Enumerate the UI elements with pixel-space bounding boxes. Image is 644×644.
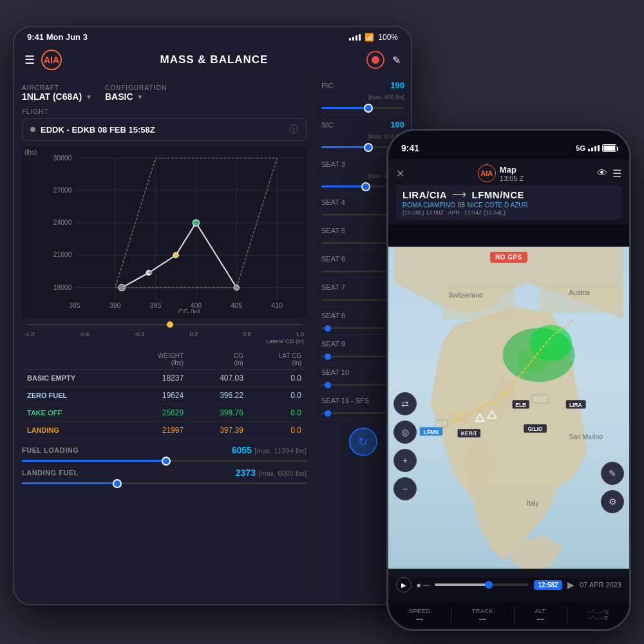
edit-map-button[interactable]: ✎ (601, 462, 624, 485)
svg-text:GILIO: GILIO (528, 426, 543, 432)
seat6-label: SEAT 6 (321, 255, 345, 263)
svg-text:18000: 18000 (53, 284, 72, 291)
phone-map-header: ✕ AIA Map 13:05 Z 👁 ☰ (388, 159, 629, 225)
svg-text:6: 6 (494, 394, 497, 400)
pic-value: 190 (390, 80, 404, 90)
route-icon-button[interactable]: ⇄ (393, 392, 417, 415)
svg-point-23 (234, 285, 239, 290)
be-cg: 407.03 (189, 370, 249, 387)
map-close-button[interactable]: ✕ (396, 167, 404, 180)
record-button[interactable] (366, 51, 384, 69)
signal-bars-icon (349, 34, 361, 41)
header-actions: ✎ (366, 51, 401, 69)
record-dot-icon (372, 56, 379, 64)
svg-text:R16: R16 (454, 415, 463, 421)
config-label: CONFIGURATION (105, 84, 167, 91)
pic-slider[interactable] (321, 107, 404, 109)
logo-text: AIA (44, 55, 59, 65)
map-logo: AIA (478, 164, 496, 182)
seat11-label: SEAT 11 - SFS (321, 397, 369, 404)
map-layers-icon[interactable]: 👁 (597, 167, 607, 179)
zf-weight: 19624 (126, 387, 189, 404)
coord-n: --°--.--'N (588, 609, 609, 615)
divider2 (514, 607, 515, 623)
timeline-dash1: — (423, 582, 430, 589)
play-button[interactable]: ▶ (396, 577, 412, 592)
table-row: BASIC EMPTY 18237 407.03 0.0 (22, 370, 307, 387)
seat10-label: SEAT 10 (321, 368, 349, 376)
svg-text:+: + (147, 267, 153, 278)
tablet-status-right: 📶 100% (349, 33, 398, 42)
track-label: TRACK (472, 608, 493, 614)
route-from: LIRA/CIA (402, 189, 447, 200)
tablet-time: 9:41 Mon Jun 3 (27, 32, 88, 42)
row-landing: LANDING (27, 426, 59, 434)
wt-col-latcg: LAT CG(in) (249, 350, 307, 370)
row-basic-empty: BASIC EMPTY (27, 374, 75, 382)
route-date: 08 (458, 202, 465, 209)
phone-status-right: 5G (576, 144, 616, 152)
fuel-loading-slider[interactable] (22, 460, 307, 462)
flight-route-banner: LIRA/CIA ⟶ LFMN/NCE ROMA CIAMPINO 08 NIC… (396, 185, 621, 220)
map-controls-right: ✎ ⚙ (601, 462, 624, 513)
sic-value: 190 (390, 120, 404, 129)
table-row: TAKE OFF 25629 398.76 0.0 (22, 404, 307, 422)
zf-latcg: 0.0 (249, 387, 307, 404)
config-value: BASIC (105, 91, 133, 102)
reset-button[interactable]: ↻ (349, 428, 377, 456)
svg-point-34 (518, 349, 548, 373)
svg-text:ELB: ELB (515, 402, 526, 408)
tablet-status-bar: 9:41 Mon Jun 3 📶 100% (14, 27, 411, 44)
svg-text:390: 390 (109, 302, 121, 309)
landing-fuel-thumb[interactable] (113, 479, 122, 488)
flight-info-icon[interactable]: ⓘ (289, 124, 298, 135)
no-gps-badge: NO GPS (490, 252, 527, 263)
phone-time: 9:41 (401, 143, 419, 153)
location-button[interactable]: ◎ (393, 421, 417, 444)
weight-table: WEIGHT(lbs) CG(in) LAT CG(in) BASIC EMPT… (22, 350, 307, 439)
coord-e: --°--.--'E (588, 615, 609, 621)
svg-text:24000: 24000 (53, 219, 72, 226)
timeline-progress (435, 583, 487, 586)
zoom-out-button[interactable]: − (393, 477, 417, 500)
fuel-loading-thumb[interactable] (162, 457, 171, 466)
aircraft-dropdown[interactable]: 1NLAT (C68A) ▼ (22, 91, 92, 102)
be-latcg: 0.0 (249, 370, 307, 387)
svg-text:Austria: Austria (569, 289, 589, 296)
config-dropdown[interactable]: BASIC ▼ (105, 91, 167, 102)
svg-text:116: 116 (485, 400, 493, 406)
map-svg: LFMN DCT R16 6 6 116 6 N729 KERIT ELB (388, 247, 629, 578)
edit-icon[interactable]: ✎ (392, 54, 401, 66)
be-weight: 18237 (126, 370, 189, 387)
alt-label: ALT (535, 608, 546, 614)
svg-text:Italy: Italy (527, 500, 540, 507)
hamburger-icon[interactable]: ☰ (24, 53, 35, 67)
flight-row[interactable]: EDDK - EDKB 08 FEB 15:58Z ⓘ (22, 118, 307, 141)
lateral-cg-section: -1.0 -0.6 -0.2 0.2 0.6 1.0 Lateral CG (i… (22, 319, 307, 345)
map-settings-icon[interactable]: ☰ (612, 167, 621, 180)
track-stat: TRACK --- (472, 608, 493, 622)
fuel-section: FUEL LOADING 6055 [max. 11394 lbs] (22, 444, 307, 484)
timeline-date: 07 APR 2023 (580, 581, 621, 589)
settings-map-button[interactable]: ⚙ (601, 490, 624, 513)
table-row: LANDING 21997 397.39 0.0 (22, 422, 307, 439)
chart-svg: 30000 27000 24000 21000 18000 385 390 39… (48, 151, 304, 313)
tablet: 9:41 Mon Jun 3 📶 100% ☰ AIA MASS & (13, 26, 412, 605)
svg-text:30000: 30000 (53, 155, 72, 162)
route-to-name: NICE COTE D AZUR (468, 202, 528, 209)
table-row: ZERO FUEL 19624 396.22 0.0 (22, 387, 307, 404)
mass-balance-chart: (lbs) 30 (22, 146, 307, 318)
speed-value: --- (409, 614, 430, 622)
flight-value: EDDK - EDKB 08 FEB 15:58Z (41, 125, 284, 135)
timeline-track[interactable] (435, 583, 529, 586)
route-times: (15:08L) 13:08Z APR 13:54Z (15:54L) (402, 209, 615, 216)
route-from-name: ROMA CIAMPINO (402, 202, 455, 209)
wt-col-weight: WEIGHT(lbs) (126, 350, 189, 370)
route-to: LFMN/NCE (472, 189, 525, 200)
zoom-in-button[interactable]: + (393, 449, 417, 472)
flight-section: FLIGHT EDDK - EDKB 08 FEB 15:58Z ⓘ (22, 108, 307, 141)
config-dropdown-arrow-icon: ▼ (137, 93, 144, 100)
landing-fuel-slider[interactable] (22, 482, 307, 484)
timeline-start-icon: ■ (417, 582, 421, 589)
reset-icon: ↻ (358, 435, 368, 449)
